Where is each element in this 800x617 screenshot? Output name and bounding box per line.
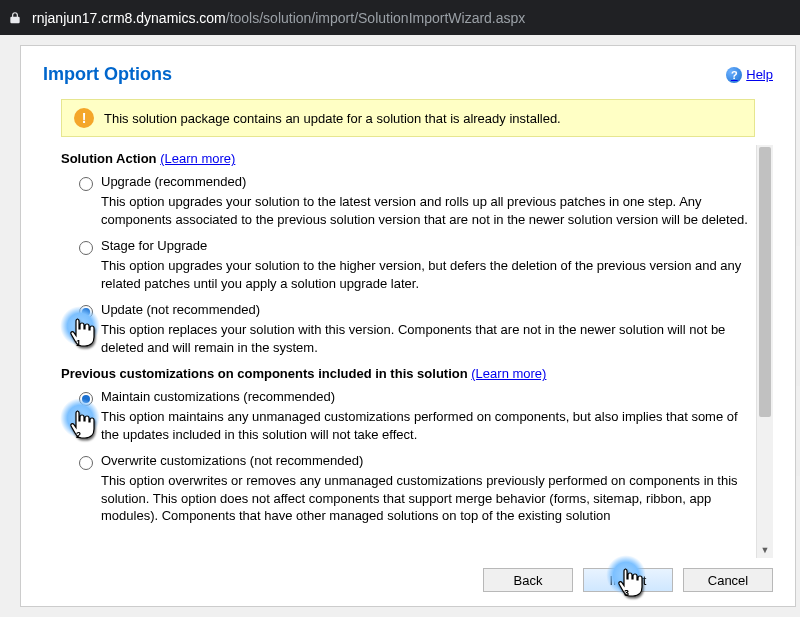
radio-update[interactable] [79, 305, 93, 319]
help-icon: ? [726, 67, 742, 83]
radio-stage[interactable] [79, 241, 93, 255]
warning-icon: ! [74, 108, 94, 128]
desc-overwrite: This option overwrites or removes any un… [101, 472, 749, 525]
lock-icon [8, 11, 22, 25]
dialog-footer: Back Import Cancel [21, 558, 795, 606]
radio-overwrite[interactable] [79, 456, 93, 470]
desc-stage: This option upgrades your solution to th… [101, 257, 749, 292]
desc-update: This option replaces your solution with … [101, 321, 749, 356]
desc-maintain: This option maintains any unmanaged cust… [101, 408, 749, 443]
cancel-button[interactable]: Cancel [683, 568, 773, 592]
label-overwrite[interactable]: Overwrite customizations (not recommende… [101, 453, 363, 468]
label-update[interactable]: Update (not recommended) [101, 302, 260, 317]
label-upgrade[interactable]: Upgrade (recommended) [101, 174, 246, 189]
banner-text: This solution package contains an update… [104, 111, 561, 126]
scroll-thumb[interactable] [759, 147, 771, 417]
help-link[interactable]: ? Help [726, 67, 773, 83]
scroll-down-icon[interactable]: ▼ [757, 541, 773, 558]
import-options-dialog: Import Options ? Help ! This solution pa… [20, 45, 796, 607]
dialog-title: Import Options [43, 64, 172, 85]
info-banner: ! This solution package contains an upda… [61, 99, 755, 137]
browser-url-bar: rnjanjun17.crm8.dynamics.com/tools/solut… [0, 0, 800, 35]
content-area: Solution Action (Learn more) Upgrade (re… [61, 145, 773, 558]
url-text: rnjanjun17.crm8.dynamics.com/tools/solut… [32, 10, 525, 26]
label-stage[interactable]: Stage for Upgrade [101, 238, 207, 253]
learn-more-solution-action[interactable]: (Learn more) [160, 151, 235, 166]
desc-upgrade: This option upgrades your solution to th… [101, 193, 749, 228]
section-heading-solution-action: Solution Action (Learn more) [61, 151, 749, 166]
radio-maintain[interactable] [79, 392, 93, 406]
label-maintain[interactable]: Maintain customizations (recommended) [101, 389, 335, 404]
learn-more-customizations[interactable]: (Learn more) [471, 366, 546, 381]
radio-upgrade[interactable] [79, 177, 93, 191]
import-button[interactable]: Import [583, 568, 673, 592]
help-label: Help [746, 67, 773, 82]
back-button[interactable]: Back [483, 568, 573, 592]
section-heading-customizations: Previous customizations on components in… [61, 366, 749, 381]
scrollbar[interactable]: ▲ ▼ [756, 145, 773, 558]
